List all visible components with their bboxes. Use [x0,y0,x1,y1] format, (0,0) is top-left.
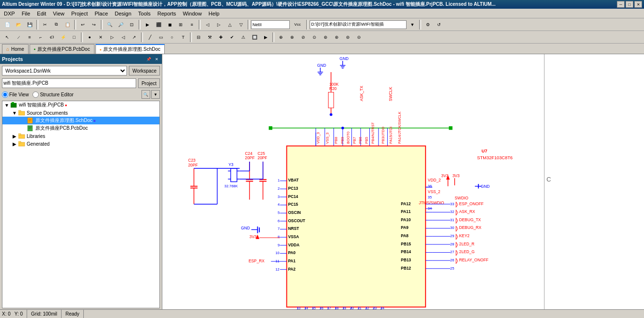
tb2-ellipse[interactable]: ○ [167,32,177,43]
tb2-component[interactable]: □ [69,32,79,43]
tb2-compile[interactable]: ⚒ [204,32,215,43]
tb2-erc[interactable]: ⚠ [238,32,249,43]
panel-close-btn[interactable]: ✕ [153,56,160,62]
tab-home[interactable]: ⌂ Home [2,44,29,54]
tb2-port[interactable]: ▷ [107,32,117,43]
tb-btn1[interactable]: ▶ [142,19,153,30]
tb2-more7[interactable]: ⊜ [343,32,353,43]
tb-zoomin[interactable]: 🔍 [104,19,115,30]
tb2-bus[interactable]: ≡ [24,32,35,43]
tb2-more2[interactable]: ⊗ [287,32,298,43]
net-field[interactable]: NetII [251,20,290,29]
project-field[interactable] [2,78,136,88]
tb-settings[interactable]: ⚙ [423,19,433,30]
tb-btn4[interactable]: ⊞ [175,19,186,30]
tree-toggle-source[interactable]: ▼ [11,110,18,116]
project-button[interactable]: Project [138,78,160,88]
tree-source-folder[interactable]: ▼ Source Documents [2,109,159,117]
tb-paste[interactable]: 📋 [62,19,73,30]
tb2-sheetentry[interactable]: ◁ [118,32,128,43]
tb2-netlabel[interactable]: 🏷 [47,32,57,43]
tb2-more5[interactable]: ⊚ [320,32,331,43]
tb-btn5[interactable]: ≡ [187,19,197,30]
tree-pcb-item[interactable]: 原文件插座PCB.PcbDoc [2,124,159,132]
workspace-dropdown[interactable]: Workspace1.DsnWrk [2,66,127,76]
menu-project[interactable]: Project [68,10,91,17]
maximize-button[interactable]: □ [626,1,633,8]
tb-redo[interactable]: ↪ [89,19,99,30]
tb2-more1[interactable]: ⊕ [276,32,286,43]
svg-text:PB3/JTDO: PB3/JTDO [381,126,385,144]
tb-vcc[interactable]: Vcc [290,19,305,30]
tree-toggle-root[interactable]: ▼ [3,103,10,108]
tree-toggle-gen[interactable]: ▶ [11,141,18,147]
menu-place[interactable]: Place [92,10,111,17]
menu-tools[interactable]: Tools [135,10,154,17]
tree-toggle-lib[interactable]: ▶ [11,134,18,139]
radio-fileview[interactable]: File View [2,91,29,98]
tb-refresh[interactable]: ↺ [434,19,444,30]
tb-btn9[interactable]: ▽ [236,19,246,30]
tree-sch-item[interactable]: 原文件插座原理图.SchDoc ■ [2,117,159,124]
tb-undo[interactable]: ↩ [78,19,88,30]
menu-design[interactable]: Design [112,10,134,17]
panel-pin[interactable]: 📌 [145,56,152,62]
tb-btn6[interactable]: ◁ [202,19,213,30]
tab-sch[interactable]: ▪ 原文件插座原理图.SchDoc [95,44,165,54]
tree-root[interactable]: ▼ wifi 智能插座.PrjPCB ● [2,101,159,109]
tree-libraries-folder[interactable]: ▶ Libraries [2,132,159,140]
menu-file[interactable]: File [19,10,33,17]
path-field[interactable]: D:\[07]技术创新\设计资源\WIFI智能插 [310,20,407,29]
tb2-more3[interactable]: ⊘ [298,32,309,43]
tb-copy[interactable]: ⧉ [51,19,62,30]
tb2-pcb[interactable]: 🔲 [249,32,260,43]
menu-dxp[interactable]: DXP [1,10,18,17]
tb2-more8[interactable]: ⊝ [354,32,364,43]
tb2-more6[interactable]: ⊛ [331,32,342,43]
view-btn-1[interactable]: 🔍 [141,90,150,99]
tb2-line[interactable]: ╱ [144,32,155,43]
tb2-pointer[interactable]: ↖ [2,32,13,43]
tb-btn3[interactable]: ◼ [164,19,175,30]
tb2-noconnect[interactable]: ✕ [95,32,106,43]
tb-save[interactable]: 💾 [24,19,35,30]
tb-btn2[interactable]: ⬛ [153,19,164,30]
tab-pcb[interactable]: ▪ 原文件插座PCB.PcbDoc [30,44,94,54]
tb2-busentry[interactable]: ⌐ [35,32,46,43]
tb-zoomfit[interactable]: ⊡ [126,19,137,30]
menu-reports[interactable]: Reports [155,10,179,17]
tb2-junction[interactable]: ● [84,32,95,43]
tb2-power[interactable]: ⚡ [58,32,68,43]
schematic-area[interactable]: C GND GND 100K R20 ASK_TX SWCLK [162,54,644,309]
tb-open[interactable]: 📂 [13,19,24,30]
tb2-validate[interactable]: ✔ [227,32,237,43]
tb-zoomout[interactable]: 🔎 [115,19,126,30]
tb-btn7[interactable]: ▷ [213,19,224,30]
view-btn-2[interactable]: ▼ [151,90,160,99]
libraries-label: Libraries [27,134,45,139]
project-tree[interactable]: ▼ wifi 智能插座.PrjPCB ● ▼ [2,101,160,308]
tb-cut[interactable]: ✂ [40,19,50,30]
tb-new[interactable]: 📄 [2,19,13,30]
svg-text:SWCLK: SWCLK [388,87,393,101]
tb2-text[interactable]: T [178,32,188,43]
tb2-simulate[interactable]: ▶ [260,32,271,43]
tb2-offsheet[interactable]: ↗ [129,32,140,43]
workspace-button[interactable]: Workspace [129,66,160,76]
tb2-cross[interactable]: ✚ [216,32,226,43]
menu-help[interactable]: Help [205,10,222,17]
radio-structure[interactable]: Structure Editor [32,91,73,98]
tb2-wire[interactable]: ⟋ [13,32,24,43]
tb2-align[interactable]: ⊟ [193,32,204,43]
tb-btn8[interactable]: △ [224,19,235,30]
minimize-button[interactable]: ─ [617,1,625,8]
menu-view[interactable]: View [50,10,67,17]
svg-text:VDD_3: VDD_3 [316,132,320,144]
close-button[interactable]: ✕ [634,1,642,8]
tb2-rect[interactable]: ▭ [156,32,166,43]
menu-edit[interactable]: Edit [34,10,49,17]
tb2-more4[interactable]: ⊙ [309,32,320,43]
menu-window[interactable]: Window [180,10,204,17]
tree-generated-folder[interactable]: ▶ Generated [2,140,159,148]
tb-dropdown[interactable]: ▼ [407,19,418,30]
